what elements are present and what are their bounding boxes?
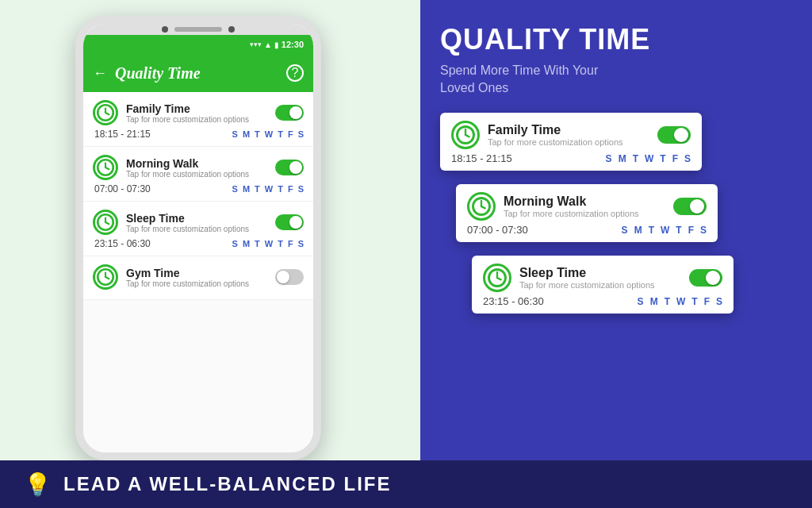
bottom-banner: 💡 LEAD A WELL-BALANCED LIFE [0,460,812,508]
sleep-days: SMTWTFS [232,239,304,248]
svg-line-17 [481,206,485,208]
card-morning-sub: Tap for more customization options [504,209,665,218]
svg-line-11 [105,277,109,279]
morning-time-range: 07:00 - 07:30 [94,183,151,194]
sleep-toggle[interactable] [275,214,304,230]
morning-item-name: Morning Walk [126,157,267,170]
sleep-item-sub: Tap for more customization options [126,225,267,233]
wifi-icon: ▲ [264,40,272,49]
family-item-sub: Tap for more customization options [126,115,267,124]
status-time: 12:30 [282,40,304,49]
morning-item-sub: Tap for more customization options [126,170,267,179]
sensor [228,26,235,33]
card-morning-name: Morning Walk [504,194,665,209]
back-icon[interactable]: ← [93,65,107,82]
main-content: ▾▾▾ ▲ ▮ 12:30 ← Quality Time ? [0,0,812,460]
family-time-range: 18:15 - 21:15 [94,129,151,140]
gym-item-sub: Tap for more customization options [126,279,267,288]
speaker [174,27,222,32]
card-morning-toggle[interactable] [673,198,707,215]
status-bar: ▾▾▾ ▲ ▮ 12:30 [83,35,313,54]
svg-line-14 [465,135,469,137]
card-clock-morning [467,192,496,221]
sleep-item-name: Sleep Time [126,212,267,225]
card-family-days: SMTWTFS [606,153,691,164]
card-morning-text: Morning Walk Tap for more customization … [504,194,665,218]
card-family-sub: Tap for more customization options [488,137,649,147]
status-icons: ▾▾▾ ▲ ▮ 12:30 [250,40,304,49]
sleep-time-range: 23:15 - 06:30 [94,238,151,249]
app-title-area: Quality Time Spend More Time With YourLo… [440,24,792,113]
card-sleep-toggle[interactable] [689,269,722,287]
card-sleep-time: 23:15 - 06:30 [483,295,544,307]
clock-icon-sleep [93,210,118,235]
schedule-item-gym[interactable]: Gym Time Tap for more customization opti… [83,256,313,300]
gym-item-name: Gym Time [126,267,267,279]
app-title-big: Quality Time [440,24,792,56]
svg-line-2 [105,113,109,114]
schedule-item-family[interactable]: Family Time Tap for more customization o… [83,92,313,147]
schedule-item-morning[interactable]: Morning Walk Tap for more customization … [83,147,313,202]
card-sleep-days: SMTWTFS [638,296,722,307]
schedule-item-sleep[interactable]: Sleep Time Tap for more customization op… [83,202,313,256]
card-family-toggle[interactable] [657,126,691,144]
clock-icon-gym [93,264,118,290]
sleep-item-text: Sleep Time Tap for more customization op… [126,212,267,233]
card-sleep-sub: Tap for more customization options [519,280,681,290]
banner-text: LEAD A WELL-BALANCED LIFE [63,473,392,495]
morning-toggle[interactable] [275,160,304,175]
camera [162,26,168,33]
left-panel: ▾▾▾ ▲ ▮ 12:30 ← Quality Time ? [0,0,420,460]
phone-app-title: Quality Time [115,64,278,83]
family-toggle[interactable] [275,105,304,121]
card-sleep[interactable]: Sleep Time Tap for more customization op… [472,256,733,314]
morning-days: SMTWTFS [232,184,304,194]
gym-item-text: Gym Time Tap for more customization opti… [126,267,267,288]
card-family-name: Family Time [488,123,649,137]
card-family-text: Family Time Tap for more customization o… [488,123,649,147]
card-morning-time: 07:00 - 07:30 [467,224,528,236]
bulb-icon: 💡 [24,471,52,498]
clock-icon-family [93,100,118,125]
card-clock-sleep [483,264,511,292]
card-family[interactable]: Family Time Tap for more customization o… [440,113,702,171]
svg-line-8 [105,222,109,224]
svg-line-20 [497,278,501,279]
signal-icon: ▾▾▾ [250,40,262,48]
morning-item-text: Morning Walk Tap for more customization … [126,157,267,179]
phone-mockup: ▾▾▾ ▲ ▮ 12:30 ← Quality Time ? [75,16,321,460]
svg-line-5 [105,167,109,169]
family-item-name: Family Time [126,102,267,115]
card-clock-family [451,121,480,149]
app-subtitle: Spend More Time With YourLoved Ones [440,62,792,98]
card-morning[interactable]: Morning Walk Tap for more customization … [456,184,718,242]
phone-content: Family Time Tap for more customization o… [83,92,313,460]
card-morning-days: SMTWTFS [622,225,707,236]
cards-area: Family Time Tap for more customization o… [440,113,792,444]
help-icon[interactable]: ? [286,64,304,82]
phone-top [83,24,313,35]
card-sleep-name: Sleep Time [519,266,681,280]
card-family-time: 18:15 - 21:15 [451,152,512,164]
battery-icon: ▮ [274,40,279,49]
phone-toolbar: ← Quality Time ? [83,54,313,92]
card-sleep-text: Sleep Time Tap for more customization op… [519,266,681,290]
family-days: SMTWTFS [232,129,304,139]
right-panel: Quality Time Spend More Time With YourLo… [420,0,812,460]
family-item-text: Family Time Tap for more customization o… [126,102,267,124]
clock-icon-morning [93,155,118,180]
gym-toggle[interactable] [275,269,304,285]
